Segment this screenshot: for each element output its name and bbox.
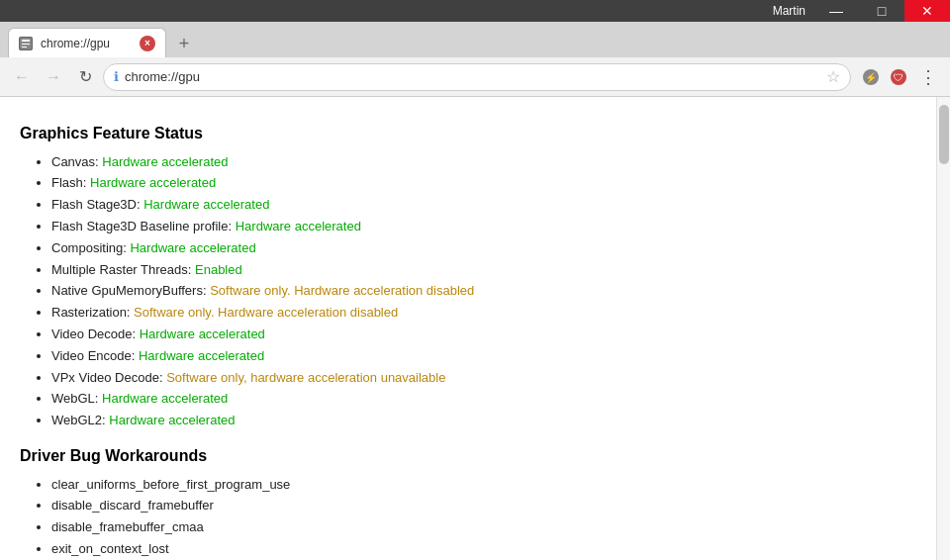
feature-label: WebGL2: <box>51 413 109 427</box>
feature-label: WebGL: <box>51 391 102 406</box>
feature-label: Flash Stage3D: <box>51 197 143 212</box>
feature-status: Enabled <box>195 262 242 277</box>
feature-item: Native GpuMemoryBuffers: Software only. … <box>51 281 916 302</box>
workaround-item: disable_discard_framebuffer <box>51 496 916 516</box>
titlebar: Martin — □ ✕ <box>0 0 950 22</box>
back-button[interactable]: ← <box>8 63 36 91</box>
address-bar[interactable]: ℹ chrome://gpu ☆ <box>103 63 851 91</box>
feature-item: Video Encode: Hardware accelerated <box>51 346 916 367</box>
svg-text:🛡: 🛡 <box>894 72 903 83</box>
minimize-button[interactable]: — <box>813 0 859 22</box>
feature-item: Flash Stage3D: Hardware accelerated <box>51 195 916 216</box>
feature-item: Flash Stage3D Baseline profile: Hardware… <box>51 217 916 237</box>
feature-item: Compositing: Hardware accelerated <box>51 238 916 259</box>
workaround-item: exit_on_context_lost <box>51 539 916 560</box>
svg-text:⚡: ⚡ <box>865 71 878 84</box>
close-button[interactable]: ✕ <box>904 0 950 22</box>
svg-rect-1 <box>22 40 30 42</box>
tab-title: chrome://gpu <box>41 37 132 50</box>
feature-item: VPx Video Decode: Software only, hardwar… <box>51 368 916 389</box>
bookmark-icon[interactable]: ☆ <box>826 67 840 86</box>
security-icon: ℹ <box>114 69 119 84</box>
maximize-button[interactable]: □ <box>859 0 904 22</box>
feature-status: Software only, hardware acceleration una… <box>166 370 445 385</box>
workaround-item: disable_framebuffer_cmaa <box>51 517 916 538</box>
svg-rect-2 <box>22 44 30 45</box>
workarounds-list: clear_uniforms_before_first_program_used… <box>20 475 916 560</box>
reload-button[interactable]: ↻ <box>71 63 99 91</box>
feature-status: Hardware accelerated <box>109 413 235 427</box>
feature-status: Hardware accelerated <box>139 348 264 363</box>
feature-item: Multiple Raster Threads: Enabled <box>51 260 916 281</box>
svg-rect-3 <box>22 47 27 47</box>
chrome-menu-button[interactable]: ⋮ <box>914 63 942 91</box>
scrollbar-thumb[interactable] <box>939 105 949 164</box>
feature-item: WebGL: Hardware accelerated <box>51 389 916 410</box>
feature-status: Hardware accelerated <box>102 391 228 406</box>
features-list: Canvas: Hardware acceleratedFlash: Hardw… <box>20 152 916 431</box>
feature-status: Software only. Hardware acceleration dis… <box>210 283 474 298</box>
feature-label: Rasterization: <box>51 305 134 320</box>
feature-label: Multiple Raster Threads: <box>51 262 195 277</box>
feature-label: Flash Stage3D Baseline profile: <box>51 219 236 233</box>
feature-status: Hardware accelerated <box>143 197 269 212</box>
page-area: Graphics Feature Status Canvas: Hardware… <box>0 97 950 560</box>
feature-label: Video Encode: <box>51 348 139 363</box>
scrollbar[interactable] <box>936 97 950 560</box>
url-text: chrome://gpu <box>125 69 200 84</box>
feature-label: Canvas: <box>51 154 102 169</box>
feature-status: Hardware accelerated <box>140 327 265 341</box>
feature-status: Software only. Hardware acceleration dis… <box>134 305 398 320</box>
feature-item: WebGL2: Hardware accelerated <box>51 411 916 431</box>
feature-status: Hardware accelerated <box>90 175 216 190</box>
feature-status: Hardware accelerated <box>130 240 255 255</box>
feature-item: Rasterization: Software only. Hardware a… <box>51 303 916 324</box>
extension-icon-1[interactable]: ⚡ <box>859 65 883 89</box>
section1-title: Graphics Feature Status <box>20 121 916 146</box>
tab-gpu[interactable]: chrome://gpu × <box>8 28 166 57</box>
tabbar: chrome://gpu × + <box>0 22 950 57</box>
feature-item: Flash: Hardware accelerated <box>51 173 916 194</box>
feature-item: Video Decode: Hardware accelerated <box>51 325 916 345</box>
extension-icons: ⚡ 🛡 <box>859 65 910 89</box>
feature-status: Hardware accelerated <box>236 219 361 233</box>
feature-label: Native GpuMemoryBuffers: <box>51 283 210 298</box>
extension-icon-2[interactable]: 🛡 <box>887 65 910 89</box>
feature-item: Canvas: Hardware accelerated <box>51 152 916 173</box>
forward-button[interactable]: → <box>40 63 67 91</box>
feature-label: Flash: <box>51 175 90 190</box>
titlebar-user: Martin <box>0 4 813 18</box>
address-url: chrome://gpu <box>125 69 820 84</box>
new-tab-button[interactable]: + <box>170 30 198 57</box>
feature-label: Compositing: <box>51 240 130 255</box>
feature-status: Hardware accelerated <box>102 154 228 169</box>
feature-label: Video Decode: <box>51 327 140 341</box>
navbar: ← → ↻ ℹ chrome://gpu ☆ ⚡ 🛡 ⋮ <box>0 57 950 97</box>
page-content: Graphics Feature Status Canvas: Hardware… <box>0 97 936 560</box>
tab-favicon <box>19 37 33 50</box>
tab-close-button[interactable]: × <box>140 36 155 51</box>
workaround-item: clear_uniforms_before_first_program_use <box>51 475 916 496</box>
section2-title: Driver Bug Workarounds <box>20 443 916 469</box>
feature-label: VPx Video Decode: <box>51 370 166 385</box>
titlebar-buttons: — □ ✕ <box>813 0 950 22</box>
